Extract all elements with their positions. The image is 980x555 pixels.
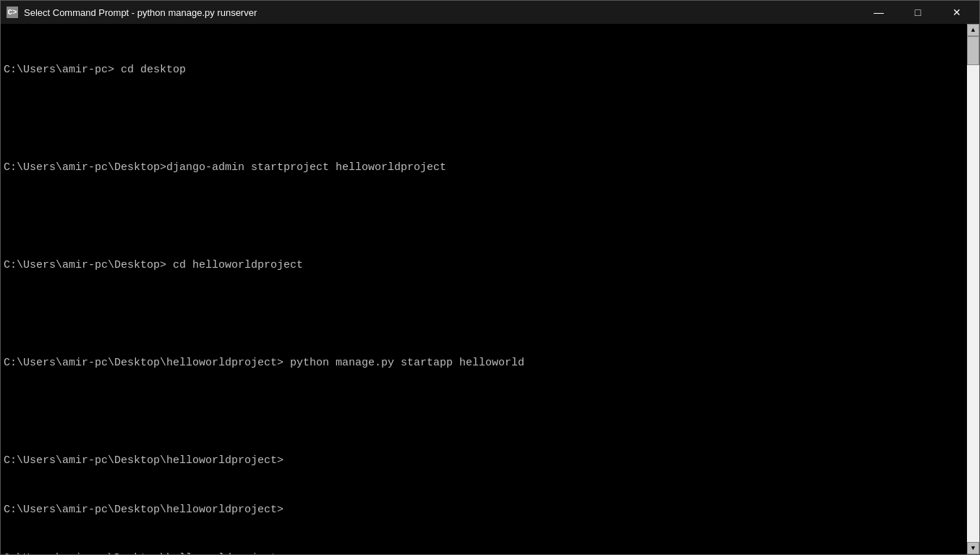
- line-prompt-2: C:\Users\amir-pc\Desktop\helloworldproje…: [4, 502, 964, 519]
- cmd-window: C> Select Command Prompt - python manage…: [0, 0, 980, 555]
- scroll-up-button[interactable]: ▲: [967, 24, 979, 36]
- title-bar: C> Select Command Prompt - python manage…: [1, 1, 979, 24]
- cmd-icon: C>: [7, 7, 18, 18]
- scrollbar[interactable]: ▲ ▼: [967, 24, 979, 554]
- window-title: Select Command Prompt - python manage.py…: [24, 7, 257, 18]
- line-blank-2: [4, 209, 964, 226]
- line-blank-3: [4, 307, 964, 323]
- scrollbar-thumb[interactable]: [967, 36, 979, 65]
- title-bar-left: C> Select Command Prompt - python manage…: [7, 7, 257, 18]
- line-blank-4: [4, 404, 964, 421]
- minimize-button[interactable]: —: [862, 3, 895, 22]
- close-button[interactable]: ✕: [940, 3, 973, 22]
- line-startproject: C:\Users\amir-pc\Desktop>django-admin st…: [4, 160, 964, 177]
- scrollbar-track[interactable]: [967, 36, 979, 542]
- line-startapp: C:\Users\amir-pc\Desktop\helloworldproje…: [4, 355, 964, 372]
- title-bar-controls: — □ ✕: [862, 3, 973, 22]
- line-prompt-3: C:\Users\amir-pc\Desktop\helloworldproje…: [4, 551, 964, 554]
- terminal-wrapper: C:\Users\amir-pc> cd desktop C:\Users\am…: [1, 24, 979, 554]
- line-prompt-1: C:\Users\amir-pc\Desktop\helloworldproje…: [4, 453, 964, 470]
- line-cd-hwp: C:\Users\amir-pc\Desktop> cd helloworldp…: [4, 258, 964, 274]
- line-cd-desktop: C:\Users\amir-pc> cd desktop: [4, 62, 964, 79]
- maximize-button[interactable]: □: [901, 3, 934, 22]
- line-blank-1: [4, 111, 964, 128]
- terminal-output[interactable]: C:\Users\amir-pc> cd desktop C:\Users\am…: [1, 24, 967, 554]
- scroll-down-button[interactable]: ▼: [967, 542, 979, 554]
